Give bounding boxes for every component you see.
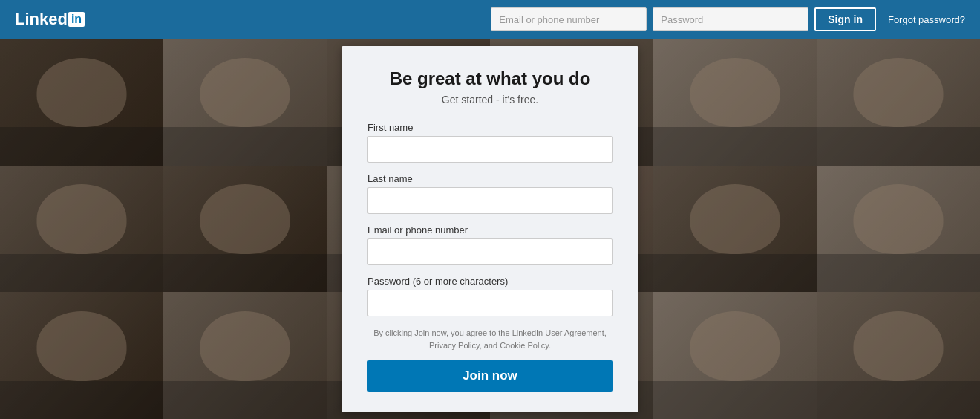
sign-in-button[interactable]: Sign in bbox=[814, 7, 876, 31]
email-label: Email or phone number bbox=[368, 224, 612, 236]
last-name-input[interactable] bbox=[368, 187, 612, 214]
modal-title: Be great at what you do bbox=[368, 68, 612, 89]
forgot-password-link[interactable]: Forgot password? bbox=[888, 14, 965, 25]
header-inputs: Sign in Forgot password? bbox=[491, 7, 965, 31]
modal-subtitle: Get started - it's free. bbox=[368, 94, 612, 105]
password-group: Password (6 or more characters) bbox=[368, 276, 612, 316]
password-label: Password (6 or more characters) bbox=[368, 276, 612, 287]
email-input[interactable] bbox=[368, 238, 612, 265]
agreement-text: By clicking Join now, you agree to the L… bbox=[368, 327, 612, 351]
logo: Linked in bbox=[15, 10, 85, 29]
password-input[interactable] bbox=[368, 290, 612, 316]
first-name-input[interactable] bbox=[368, 136, 612, 163]
header-password-input[interactable] bbox=[653, 7, 808, 31]
registration-modal: Be great at what you do Get started - it… bbox=[342, 46, 638, 412]
join-now-button[interactable]: Join now bbox=[368, 360, 612, 392]
logo-in-box: in bbox=[68, 12, 85, 27]
last-name-group: Last name bbox=[368, 173, 612, 214]
logo-text-linked: Linked bbox=[15, 10, 68, 29]
last-name-label: Last name bbox=[368, 173, 612, 184]
header-email-input[interactable] bbox=[491, 7, 647, 31]
first-name-label: First name bbox=[368, 122, 612, 133]
header: Linked in Sign in Forgot password? bbox=[0, 0, 980, 39]
email-group: Email or phone number bbox=[368, 224, 612, 265]
first-name-group: First name bbox=[368, 122, 612, 163]
